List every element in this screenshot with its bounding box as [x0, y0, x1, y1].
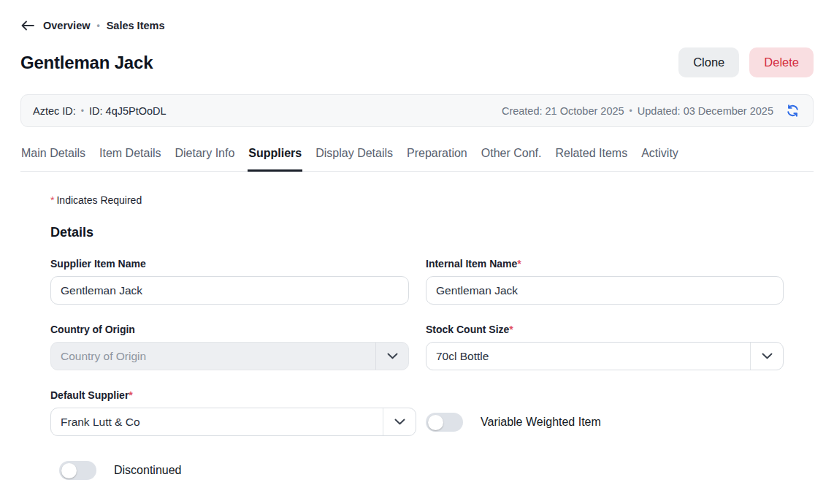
- field-internal-item-name: Internal Item Name*: [426, 258, 784, 305]
- refresh-button[interactable]: [784, 102, 801, 119]
- tab-related-items[interactable]: Related Items: [554, 147, 628, 172]
- tab-dietary-info[interactable]: Dietary Info: [175, 147, 236, 172]
- required-asterisk: *: [50, 194, 54, 206]
- default-supplier-label-text: Default Supplier: [50, 389, 129, 401]
- item-id-text: ID: 4qJ5PtOoDL: [89, 105, 167, 117]
- clone-button[interactable]: Clone: [678, 47, 739, 77]
- stock-count-size-select[interactable]: 70cl Bottle: [426, 342, 784, 370]
- refresh-icon: [786, 104, 800, 118]
- tab-main-details[interactable]: Main Details: [20, 147, 86, 172]
- details-section-title: Details: [50, 225, 784, 240]
- default-supplier-required-mark: *: [129, 389, 132, 401]
- field-supplier-item-name: Supplier Item Name: [50, 258, 409, 305]
- stock-count-size-required-mark: *: [509, 324, 513, 335]
- country-of-origin-label: Country of Origin: [50, 324, 409, 335]
- meta-ids: Aztec ID: • ID: 4qJ5PtOoDL: [33, 105, 167, 117]
- default-supplier-label: Default Supplier*: [50, 389, 409, 401]
- breadcrumb-overview[interactable]: Overview: [43, 20, 91, 31]
- country-of-origin-select[interactable]: Country of Origin: [50, 342, 409, 370]
- discontinued-label: Discontinued: [114, 464, 182, 477]
- header: Gentleman Jack Clone Delete: [20, 47, 814, 77]
- chevron-down-icon: [383, 408, 416, 435]
- field-variable-weighted-item: Variable Weighted Item: [426, 389, 784, 436]
- required-note: *Indicates Required: [50, 194, 784, 206]
- page-title: Gentleman Jack: [20, 53, 153, 73]
- header-actions: Clone Delete: [678, 47, 814, 77]
- meta-bar: Aztec ID: • ID: 4qJ5PtOoDL Created: 21 O…: [20, 94, 814, 127]
- supplier-item-name-label: Supplier Item Name: [50, 258, 409, 270]
- details-form: Supplier Item Name Internal Item Name* C…: [50, 258, 784, 480]
- toggle-knob: [428, 415, 443, 430]
- default-supplier-select[interactable]: Frank Lutt & Co: [50, 408, 416, 436]
- country-of-origin-placeholder: Country of Origin: [51, 343, 375, 370]
- stock-count-size-label-text: Stock Count Size: [426, 324, 509, 335]
- required-note-text: Indicates Required: [56, 194, 142, 206]
- meta-dates-separator: •: [630, 106, 632, 116]
- back-arrow-icon[interactable]: [20, 20, 35, 31]
- breadcrumb-sales-items[interactable]: Sales Items: [107, 20, 165, 31]
- breadcrumb: Overview • Sales Items: [20, 0, 814, 31]
- tab-item-details[interactable]: Item Details: [99, 147, 161, 172]
- breadcrumb-separator: •: [97, 20, 100, 31]
- internal-item-name-label: Internal Item Name*: [426, 258, 784, 270]
- variable-weighted-item-toggle[interactable]: [426, 413, 463, 432]
- meta-dates: Created: 21 October 2025 • Updated: 03 D…: [502, 102, 801, 119]
- internal-item-name-required-mark: *: [517, 258, 521, 270]
- tab-bar: Main Details Item Details Dietary Info S…: [20, 147, 814, 172]
- field-country-of-origin: Country of Origin Country of Origin: [50, 324, 409, 370]
- field-default-supplier: Default Supplier* Frank Lutt & Co: [50, 389, 409, 436]
- tab-other-conf[interactable]: Other Conf.: [481, 147, 543, 172]
- toggle-knob: [61, 463, 77, 478]
- updated-text: Updated: 03 December 2025: [638, 105, 773, 117]
- stock-count-size-label: Stock Count Size*: [426, 324, 784, 335]
- delete-button[interactable]: Delete: [749, 47, 814, 77]
- created-text: Created: 21 October 2025: [502, 105, 624, 117]
- field-discontinued: Discontinued: [50, 461, 409, 480]
- tab-preparation[interactable]: Preparation: [406, 147, 468, 172]
- field-stock-count-size: Stock Count Size* 70cl Bottle: [426, 324, 784, 370]
- chevron-down-icon: [750, 343, 783, 370]
- page: Overview • Sales Items Gentleman Jack Cl…: [0, 0, 834, 504]
- variable-weighted-item-label: Variable Weighted Item: [481, 416, 601, 429]
- tab-suppliers[interactable]: Suppliers: [248, 147, 302, 172]
- variable-weighted-item-row: Variable Weighted Item: [426, 413, 784, 432]
- internal-item-name-label-text: Internal Item Name: [426, 258, 517, 270]
- suppliers-panel: *Indicates Required Details Supplier Ite…: [20, 194, 814, 480]
- default-supplier-value: Frank Lutt & Co: [51, 408, 383, 435]
- chevron-down-icon: [375, 343, 408, 370]
- aztec-id-label: Aztec ID:: [33, 105, 76, 117]
- internal-item-name-input[interactable]: [426, 276, 784, 305]
- tab-display-details[interactable]: Display Details: [315, 147, 394, 172]
- supplier-item-name-input[interactable]: [50, 276, 409, 305]
- discontinued-toggle[interactable]: [59, 461, 96, 480]
- stock-count-size-value: 70cl Bottle: [426, 343, 750, 370]
- tab-activity[interactable]: Activity: [640, 147, 679, 172]
- meta-separator: •: [81, 106, 84, 116]
